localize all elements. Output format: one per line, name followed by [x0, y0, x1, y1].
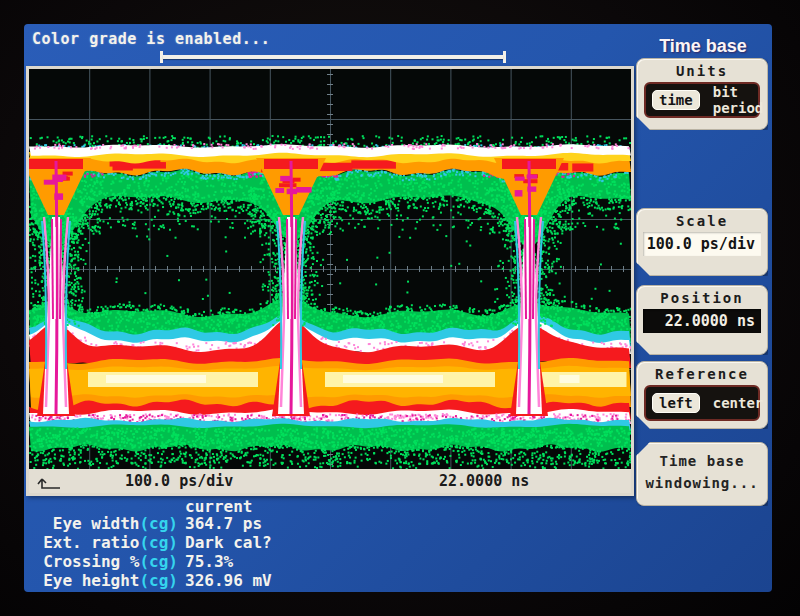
softkey-menu: Time base Units time bit period Scale 10…	[634, 24, 772, 592]
units-option-time[interactable]: time	[652, 90, 700, 110]
units-option-bit-period[interactable]: bit period	[713, 84, 764, 116]
position-panel: Position 22.0000 ns	[636, 285, 768, 355]
photo-backdrop: { "message_bar": { "text": "Color grade …	[0, 0, 800, 616]
colorgrade-tag: (cg)	[139, 571, 178, 590]
position-label: Position	[637, 286, 767, 306]
measurement-label: Crossing %(cg)	[28, 552, 178, 571]
measurement-value: 75.3%	[185, 552, 233, 571]
measurement-row: Ext. ratio(cg) Dark cal?	[28, 533, 628, 552]
measurement-value: Dark cal?	[185, 533, 272, 552]
eye-diagram-canvas	[29, 69, 631, 469]
timebase-scale-readout: 100.0 ps/div	[125, 472, 233, 490]
graticule-frame: 100.0 ps/div 22.0000 ns	[26, 66, 634, 496]
scale-panel: Scale 100.0 ps/div	[636, 208, 768, 276]
position-field[interactable]: 22.0000 ns	[643, 309, 761, 333]
reference-panel: Reference left center	[636, 361, 768, 429]
measurement-label: Eye height(cg)	[28, 571, 178, 590]
delay-reference-arrow-icon	[34, 473, 62, 491]
colorgrade-tag: (cg)	[139, 552, 178, 571]
measurement-label: Eye width(cg)	[28, 514, 178, 533]
scale-label: Scale	[637, 209, 767, 229]
acquisition-span-line	[163, 55, 503, 59]
status-message: Color grade is enabled...	[32, 30, 270, 48]
timebase-windowing-button[interactable]: Time base windowing...	[636, 442, 768, 506]
timebase-position-readout: 22.0000 ns	[439, 472, 529, 490]
measurements-panel: current Eye width(cg) 364.7 ps Ext. rati…	[24, 490, 636, 592]
windowing-line2: windowing...	[637, 475, 767, 491]
units-panel: Units time bit period	[636, 58, 768, 130]
colorgrade-tag: (cg)	[139, 533, 178, 552]
instrument-screen: Color grade is enabled... 100.0 ps/div 2…	[24, 24, 772, 592]
reference-option-center[interactable]: center	[713, 395, 764, 411]
units-toggle: time bit period	[644, 82, 760, 118]
measurement-value: 326.96 mV	[185, 571, 272, 590]
windowing-line1: Time base	[637, 453, 767, 469]
scale-field[interactable]: 100.0 ps/div	[643, 232, 761, 256]
measurement-value: 364.7 ps	[185, 514, 262, 533]
measurement-row: Eye height(cg) 326.96 mV	[28, 571, 628, 590]
reference-option-left[interactable]: left	[652, 393, 700, 413]
reference-toggle: left center	[644, 385, 760, 421]
colorgrade-tag: (cg)	[139, 514, 178, 533]
measurement-row: Eye width(cg) 364.7 ps	[28, 514, 628, 533]
acquisition-span-bar	[160, 51, 506, 63]
units-label: Units	[637, 59, 767, 79]
measurement-row: Crossing %(cg) 75.3%	[28, 552, 628, 571]
menu-title: Time base	[634, 36, 772, 57]
measurement-label: Ext. ratio(cg)	[28, 533, 178, 552]
reference-label: Reference	[637, 362, 767, 382]
